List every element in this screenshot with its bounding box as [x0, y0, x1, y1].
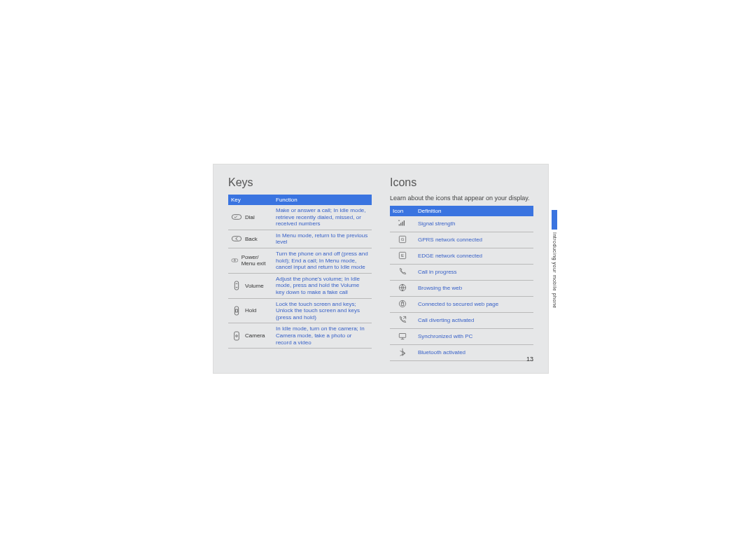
icon-cell	[390, 265, 415, 281]
key-function: Turn the phone on and off (press and hol…	[273, 248, 372, 273]
camera-key-icon	[231, 330, 242, 342]
keys-row: CameraIn Idle mode, turn on the camera; …	[228, 323, 372, 349]
icons-row: Browsing the web	[390, 281, 533, 297]
key-cell: Dial	[228, 205, 273, 230]
icon-definition: Synchronized with PC	[415, 329, 533, 345]
bluetooth-icon	[398, 347, 407, 357]
sync-pc-icon	[398, 331, 407, 341]
secure-web-icon	[398, 299, 407, 309]
key-cell: Back	[228, 230, 273, 248]
browsing-icon	[398, 283, 407, 293]
icon-cell	[390, 345, 415, 361]
key-cell: Volume	[228, 273, 273, 298]
page-number: 13	[526, 356, 533, 363]
icons-row: GPRS network connected	[390, 232, 533, 248]
key-function: In Menu mode, return to the previous lev…	[273, 230, 372, 248]
key-name: Camera	[245, 332, 265, 339]
icons-intro: Learn about the icons that appear on you…	[390, 195, 533, 202]
call-icon	[398, 267, 407, 276]
icon-definition: Bluetooth activated	[415, 345, 533, 361]
icon-definition: Call in progress	[415, 265, 533, 281]
keys-col-key: Key	[228, 195, 273, 205]
gprs-icon	[398, 234, 407, 244]
icons-row: Connected to secured web page	[390, 297, 533, 313]
key-name: Hold	[245, 307, 256, 314]
keys-row: DialMake or answer a call; In Idle mode,…	[228, 205, 372, 230]
edge-icon	[398, 251, 407, 260]
dial-key-icon	[231, 211, 242, 223]
icon-definition: Connected to secured web page	[415, 297, 533, 313]
icon-cell	[390, 329, 415, 345]
icon-definition: GPRS network connected	[415, 232, 533, 248]
keys-row: Power/ Menu exitTurn the phone on and of…	[228, 248, 372, 273]
keys-table: Key Function DialMake or answer a call; …	[228, 195, 372, 349]
icon-definition: Browsing the web	[415, 281, 533, 297]
icon-cell	[390, 232, 415, 248]
icon-definition: EDGE network connected	[415, 248, 533, 265]
volume-key-icon	[231, 280, 242, 291]
keys-row: VolumeAdjust the phone's volume; In Idle…	[228, 273, 372, 298]
icons-col-def: Definition	[415, 206, 533, 216]
icon-cell	[390, 216, 415, 232]
icons-table: Icon Definition Signal strengthGPRS netw…	[390, 206, 533, 361]
icons-row: Bluetooth activated	[390, 345, 533, 361]
key-name: Power/ Menu exit	[241, 254, 270, 267]
key-function: Adjust the phone's volume; In Idle mode,…	[273, 273, 372, 298]
key-cell: Power/ Menu exit	[228, 248, 273, 273]
key-function: In Idle mode, turn on the camera; In Cam…	[273, 323, 372, 349]
icons-row: Call diverting activated	[390, 313, 533, 329]
key-cell: Hold	[228, 298, 273, 323]
icon-definition: Call diverting activated	[415, 313, 533, 329]
hold-key-icon	[231, 305, 242, 316]
manual-page: Keys Key Function DialMake or answer a c…	[213, 164, 549, 374]
keys-column: Keys Key Function DialMake or answer a c…	[228, 176, 372, 363]
icons-column: Icons Learn about the icons that appear …	[390, 176, 533, 363]
keys-col-func: Function	[273, 195, 372, 205]
key-cell: Camera	[228, 323, 273, 349]
icon-cell	[390, 297, 415, 313]
signal-icon	[398, 218, 407, 228]
icons-row: Call in progress	[390, 265, 533, 281]
key-name: Back	[245, 236, 258, 242]
divert-icon	[398, 315, 407, 325]
icons-col-icon: Icon	[390, 206, 415, 216]
icons-heading: Icons	[390, 176, 533, 189]
power-key-icon	[231, 255, 239, 266]
icons-row: Signal strength	[390, 216, 533, 232]
key-function: Make or answer a call; In Idle mode, ret…	[273, 205, 372, 230]
section-tab	[552, 210, 557, 230]
icon-definition: Signal strength	[415, 216, 533, 232]
icon-cell	[390, 313, 415, 329]
key-name: Volume	[245, 283, 264, 289]
section-side-label: Introducing your mobile phone	[552, 232, 557, 309]
icon-cell	[390, 248, 415, 265]
back-key-icon	[231, 233, 242, 244]
keys-heading: Keys	[228, 176, 372, 189]
icon-cell	[390, 281, 415, 297]
keys-row: BackIn Menu mode, return to the previous…	[228, 230, 372, 248]
icons-row: Synchronized with PC	[390, 329, 533, 345]
key-function: Lock the touch screen and keys; Unlock t…	[273, 298, 372, 323]
keys-row: HoldLock the touch screen and keys; Unlo…	[228, 298, 372, 323]
key-name: Dial	[245, 214, 255, 220]
icons-row: EDGE network connected	[390, 248, 533, 265]
